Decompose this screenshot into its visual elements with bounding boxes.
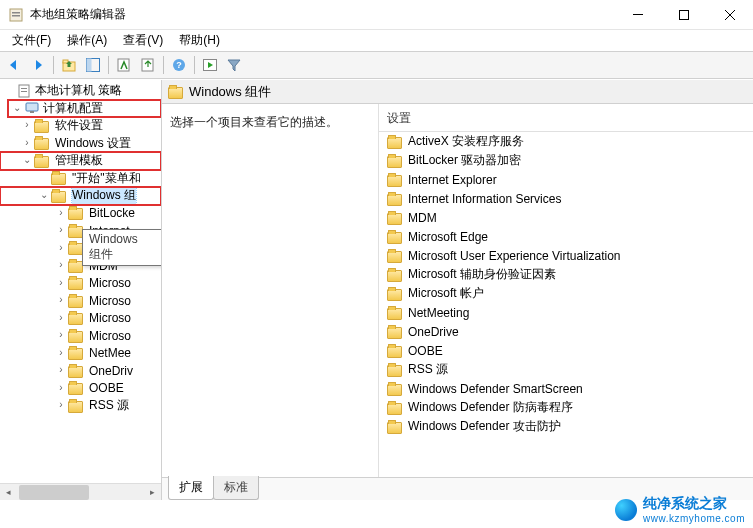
minimize-button[interactable] <box>615 0 661 30</box>
tree-item-label: Microso <box>89 311 131 325</box>
close-button[interactable] <box>707 0 753 30</box>
folder-icon <box>68 401 83 413</box>
tree-item-label: RSS 源 <box>89 397 129 414</box>
tree-horizontal-scrollbar[interactable]: ◂ ▸ <box>0 483 161 500</box>
help-button[interactable]: ? <box>168 54 190 76</box>
list-item-label: RSS 源 <box>408 361 448 378</box>
settings-list[interactable]: 设置 ActiveX 安装程序服务BitLocker 驱动器加密Internet… <box>379 104 753 477</box>
forward-button[interactable] <box>27 54 49 76</box>
list-item-label: OneDrive <box>408 325 459 339</box>
list-item-label: Internet Explorer <box>408 173 497 187</box>
list-item[interactable]: Microsoft Edge <box>379 227 753 246</box>
path-header: Windows 组件 <box>162 80 753 104</box>
tree-admin-label: 管理模板 <box>55 152 103 169</box>
tab-extended[interactable]: 扩展 <box>168 476 214 500</box>
watermark-title: 纯净系统之家 <box>643 495 745 513</box>
tree-item-label: NetMee <box>89 346 131 360</box>
list-item-label: ActiveX 安装程序服务 <box>408 133 524 150</box>
menu-action[interactable]: 操作(A) <box>59 30 115 51</box>
back-button[interactable] <box>3 54 25 76</box>
tree-windows-settings[interactable]: › Windows 设置 <box>0 135 161 153</box>
folder-icon <box>387 422 402 434</box>
filter-button[interactable] <box>223 54 245 76</box>
list-item[interactable]: Microsoft User Experience Virtualization <box>379 246 753 265</box>
menu-view[interactable]: 查看(V) <box>115 30 171 51</box>
list-item[interactable]: Microsoft 帐户 <box>379 284 753 303</box>
folder-icon <box>68 243 83 255</box>
tree-win-settings-label: Windows 设置 <box>55 135 131 152</box>
folder-icon <box>68 331 83 343</box>
list-item[interactable]: BitLocker 驱动器加密 <box>379 151 753 170</box>
tree-admin-templates[interactable]: ⌄ 管理模板 <box>0 152 161 170</box>
tree-item[interactable]: ›Microso <box>0 292 161 310</box>
properties-button[interactable] <box>113 54 135 76</box>
list-item[interactable]: MDM <box>379 208 753 227</box>
tree-item[interactable]: ›Microso <box>0 327 161 345</box>
tree-item[interactable]: ›Microso <box>0 310 161 328</box>
titlebar: 本地组策略编辑器 <box>0 0 753 30</box>
tab-standard[interactable]: 标准 <box>213 476 259 500</box>
list-item[interactable]: Internet Information Services <box>379 189 753 208</box>
list-item[interactable]: ActiveX 安装程序服务 <box>379 132 753 151</box>
settings-column-header[interactable]: 设置 <box>379 104 753 132</box>
folder-icon <box>387 232 402 244</box>
list-item[interactable]: Windows Defender 防病毒程序 <box>379 398 753 417</box>
list-item[interactable]: NetMeeting <box>379 303 753 322</box>
folder-icon <box>387 365 402 377</box>
tree-item[interactable]: ›OneDriv <box>0 362 161 380</box>
folder-icon <box>387 156 402 168</box>
menu-file[interactable]: 文件(F) <box>4 30 59 51</box>
tree-root[interactable]: ▸ 本地计算机 策略 <box>0 82 161 100</box>
folder-icon <box>51 191 66 203</box>
list-item[interactable]: Internet Explorer <box>379 170 753 189</box>
folder-icon <box>387 327 402 339</box>
list-item[interactable]: Windows Defender SmartScreen <box>379 379 753 398</box>
folder-icon <box>34 121 49 133</box>
scroll-left-icon[interactable]: ◂ <box>0 484 17 501</box>
list-item-label: BitLocker 驱动器加密 <box>408 152 521 169</box>
list-item-label: Microsoft 帐户 <box>408 285 484 302</box>
toolbar: ? <box>0 52 753 79</box>
svg-rect-2 <box>12 15 20 17</box>
up-button[interactable] <box>58 54 80 76</box>
menu-help[interactable]: 帮助(H) <box>171 30 228 51</box>
policy-icon <box>16 83 32 99</box>
tree-windows-components[interactable]: ⌄ Windows 组 <box>0 187 161 205</box>
list-item-label: Windows Defender 攻击防护 <box>408 418 561 435</box>
folder-icon <box>68 278 83 290</box>
description-hint: 选择一个项目来查看它的描述。 <box>170 115 338 129</box>
scroll-thumb[interactable] <box>19 485 89 500</box>
folder-icon <box>34 138 49 150</box>
play-button[interactable] <box>199 54 221 76</box>
folder-icon <box>387 308 402 320</box>
tree-item[interactable]: ›RSS 源 <box>0 397 161 415</box>
tree-wincomp-label: Windows 组 <box>72 187 136 204</box>
list-item-label: NetMeeting <box>408 306 469 320</box>
tree-item-label: Microso <box>89 276 131 290</box>
folder-icon <box>68 208 83 220</box>
folder-icon <box>68 261 83 273</box>
list-item[interactable]: Microsoft 辅助身份验证因素 <box>379 265 753 284</box>
tree-item-label: OneDriv <box>89 364 133 378</box>
list-item[interactable]: OneDrive <box>379 322 753 341</box>
tree-item[interactable]: ›NetMee <box>0 345 161 363</box>
maximize-button[interactable] <box>661 0 707 30</box>
computer-icon <box>24 100 40 116</box>
export-list-button[interactable] <box>137 54 159 76</box>
watermark-url: www.kzmyhome.com <box>643 513 745 524</box>
tree-item[interactable]: ›OOBE <box>0 380 161 398</box>
watermark-icon <box>615 499 637 521</box>
details-pane: Windows 组件 选择一个项目来查看它的描述。 设置 ActiveX 安装程… <box>162 80 753 500</box>
list-item[interactable]: RSS 源 <box>379 360 753 379</box>
show-hide-tree-button[interactable] <box>82 54 104 76</box>
folder-icon <box>68 296 83 308</box>
scroll-right-icon[interactable]: ▸ <box>144 484 161 501</box>
list-item[interactable]: Windows Defender 攻击防护 <box>379 417 753 436</box>
tree-item[interactable]: ›BitLocke <box>0 205 161 223</box>
tree-start-menu[interactable]: › "开始"菜单和 <box>0 170 161 188</box>
tree-computer-config[interactable]: ⌄ 计算机配置 <box>8 100 161 118</box>
tree-item[interactable]: ›Microso <box>0 275 161 293</box>
folder-icon <box>387 403 402 415</box>
list-item[interactable]: OOBE <box>379 341 753 360</box>
tree-software-settings[interactable]: › 软件设置 <box>0 117 161 135</box>
